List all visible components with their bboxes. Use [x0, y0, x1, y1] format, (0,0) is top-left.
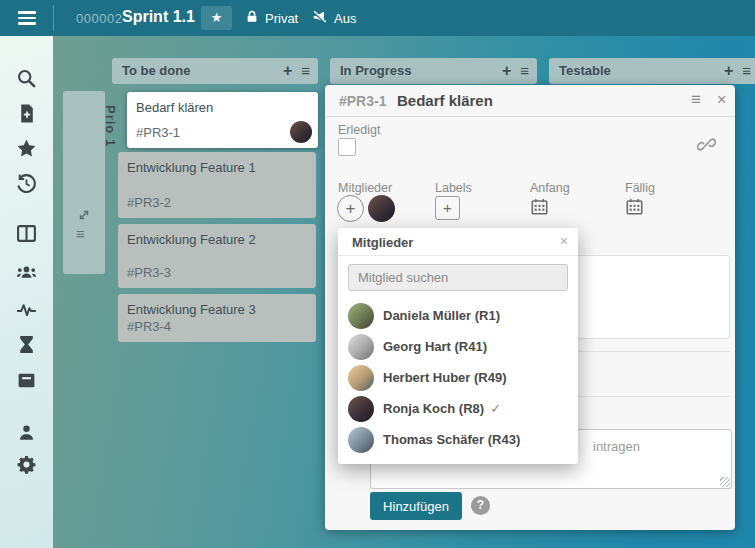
add-document-icon[interactable] [16, 103, 37, 124]
avatar [348, 303, 374, 329]
member-name: Herbert Huber (R49) [383, 370, 507, 385]
list-header-in-progress[interactable]: In Progress +≡ [330, 58, 537, 84]
search-icon[interactable] [16, 68, 37, 89]
member-name: Georg Hart (R41) [383, 339, 487, 354]
card-detail-id: #PR3-1 [339, 93, 386, 109]
privacy-label: Privat [265, 11, 298, 26]
comment-placeholder: intragen [593, 439, 640, 454]
list-menu-icon[interactable]: ≡ [742, 58, 751, 84]
announcement-label: Aus [334, 11, 356, 26]
topbar: 000002 Sprint 1.1 ★ Privat Aus [0, 0, 755, 36]
topbar-divider [53, 5, 54, 31]
history-icon[interactable] [16, 173, 37, 194]
archive-icon[interactable] [16, 370, 37, 391]
swimlane-menu-icon[interactable]: ≡ [76, 225, 85, 242]
card-title: Bedarf klären [136, 100, 213, 115]
list-title: Testable [559, 63, 611, 78]
done-label: Erledigt [338, 123, 380, 137]
close-icon[interactable]: × [560, 233, 568, 249]
members-icon[interactable] [16, 261, 37, 282]
add-label-button[interactable]: + [435, 196, 460, 220]
member-row-georg[interactable]: Georg Hart (R41) [338, 331, 578, 362]
member-row-ronja[interactable]: Ronja Koch (R8) ✓ [338, 393, 578, 424]
board-canvas: Prio 1 ≡ To be done +≡ In Progress +≡ Te… [53, 36, 755, 548]
card-id: #PR3-3 [127, 265, 171, 280]
card-id: #PR3-1 [136, 125, 180, 140]
card-detail-title: Bedarf klären [397, 92, 493, 109]
settings-icon[interactable] [16, 454, 37, 475]
avatar [348, 427, 374, 453]
calendar-icon[interactable] [531, 198, 548, 215]
labels-field-label: Labels [435, 181, 472, 195]
list-menu-icon[interactable]: ≡ [520, 58, 529, 84]
board-title: Sprint 1.1 [122, 8, 195, 26]
swimlane-label: Prio 1 [76, 105, 118, 147]
members-popup: Mitglieder × Daniela Müller (R1) Georg H… [338, 228, 578, 464]
card-id: #PR3-2 [127, 195, 171, 210]
due-field-label: Fällig [625, 181, 655, 195]
sidebar [0, 36, 53, 548]
announcement-toggle[interactable]: Aus [311, 0, 356, 36]
member-name: Ronja Koch (R8) [383, 401, 484, 416]
member-row-thomas[interactable]: Thomas Schäfer (R43) [338, 424, 578, 455]
card-pr3-3[interactable]: Entwicklung Feature 2 #PR3-3 [118, 224, 316, 288]
add-card-icon[interactable]: + [724, 58, 733, 84]
board-columns-icon[interactable] [16, 223, 37, 244]
add-member-button[interactable]: + [337, 195, 364, 222]
board-number: 000002 [76, 11, 122, 26]
member-name: Thomas Schäfer (R43) [383, 432, 520, 447]
help-icon[interactable]: ? [471, 496, 490, 515]
avatar [348, 396, 374, 422]
app-window: 000002 Sprint 1.1 ★ Privat Aus [0, 0, 755, 548]
privacy-toggle[interactable]: Privat [245, 0, 298, 36]
member-list: Daniela Müller (R1) Georg Hart (R41) Her… [338, 300, 578, 455]
star-icon[interactable] [16, 138, 37, 159]
list-menu-icon[interactable]: ≡ [301, 58, 310, 84]
card-title: Entwicklung Feature 3 [127, 302, 256, 317]
member-name: Daniela Müller (R1) [383, 308, 500, 323]
card-title: Entwicklung Feature 2 [127, 232, 256, 247]
add-card-icon[interactable]: + [283, 58, 292, 84]
member-row-daniela[interactable]: Daniela Müller (R1) [338, 300, 578, 331]
menu-icon[interactable] [18, 11, 36, 25]
close-icon[interactable]: × [717, 91, 726, 109]
user-icon[interactable] [16, 422, 37, 443]
avatar [348, 365, 374, 391]
megaphone-off-icon [311, 9, 328, 28]
done-checkbox[interactable] [338, 138, 356, 156]
avatar[interactable] [290, 121, 312, 143]
star-button[interactable]: ★ [201, 6, 232, 30]
add-card-icon[interactable]: + [502, 58, 511, 84]
hourglass-icon[interactable] [16, 334, 37, 355]
lock-icon [245, 9, 259, 27]
resize-handle[interactable] [720, 477, 730, 487]
list-header-to-be-done[interactable]: To be done +≡ [112, 58, 318, 84]
add-comment-button[interactable]: Hinzufügen [370, 492, 462, 520]
list-header-testable[interactable]: Testable +≡ [549, 58, 755, 84]
card-title: Entwicklung Feature 1 [127, 160, 256, 175]
start-field-label: Anfang [530, 181, 570, 195]
swimlane-prio-1[interactable]: Prio 1 ≡ [63, 91, 105, 274]
avatar [348, 334, 374, 360]
avatar[interactable] [368, 195, 395, 222]
star-icon: ★ [211, 10, 223, 25]
card-menu-icon[interactable]: ≡ [691, 90, 701, 110]
members-popup-title: Mitglieder [352, 235, 413, 250]
members-field-label: Mitglieder [338, 181, 392, 195]
link-icon[interactable] [697, 135, 716, 157]
card-pr3-4[interactable]: Entwicklung Feature 3 #PR3-4 [118, 294, 316, 342]
members-popup-header: Mitglieder × [338, 228, 578, 256]
member-row-herbert[interactable]: Herbert Huber (R49) [338, 362, 578, 393]
card-detail-header: #PR3-1 Bedarf klären ≡ × [325, 85, 735, 117]
card-pr3-2[interactable]: Entwicklung Feature 1 #PR3-2 [118, 152, 316, 218]
card-id: #PR3-4 [127, 319, 171, 334]
list-title: In Progress [340, 63, 412, 78]
member-search-input[interactable] [348, 264, 568, 291]
activity-icon[interactable] [16, 299, 37, 320]
calendar-icon[interactable] [626, 198, 643, 215]
card-pr3-1[interactable]: Bedarf klären #PR3-1 [127, 92, 318, 148]
list-title: To be done [122, 63, 190, 78]
collapse-icon[interactable] [78, 209, 90, 224]
check-icon: ✓ [490, 401, 501, 416]
